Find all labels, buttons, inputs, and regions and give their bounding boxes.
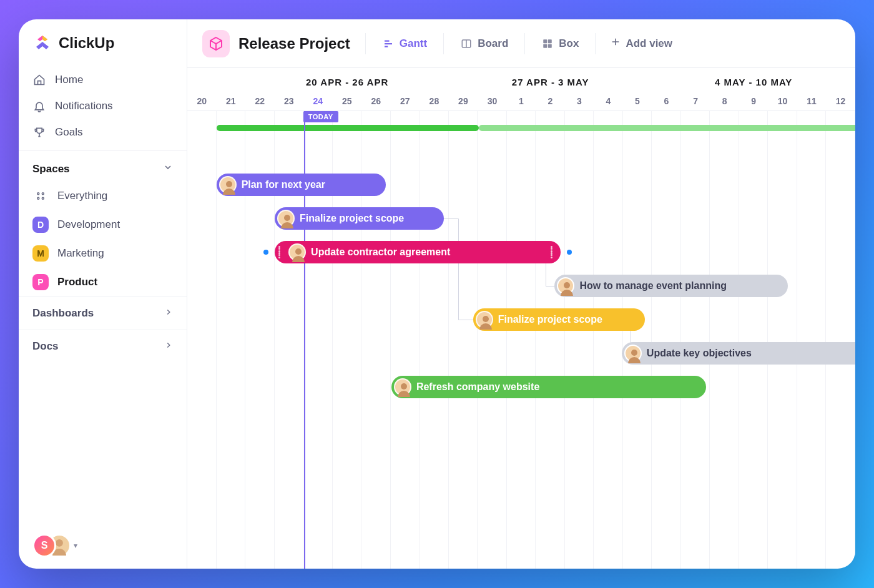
- day-column-label: 7: [681, 96, 710, 106]
- task-bar[interactable]: How to manage event planning: [554, 275, 788, 297]
- user-menu[interactable]: S ▾: [19, 534, 187, 557]
- space-label: Everything: [57, 190, 107, 202]
- svg-rect-12: [544, 44, 547, 47]
- day-column-label: 29: [449, 96, 478, 106]
- space-badge-development: D: [32, 217, 49, 233]
- svg-point-2: [37, 197, 39, 199]
- gantt-chart[interactable]: TODAYPlan for next yearFinalize project …: [187, 111, 855, 569]
- bell-icon: [32, 99, 46, 113]
- view-label: Board: [478, 37, 508, 50]
- day-column-label: 2: [536, 96, 565, 106]
- nav-label: Home: [55, 74, 83, 86]
- dependency-dot[interactable]: [567, 250, 572, 255]
- task-bar[interactable]: Plan for next year: [217, 174, 386, 196]
- day-column-label: 6: [652, 96, 681, 106]
- space-badge-marketing: M: [32, 245, 49, 262]
- assignee-avatar: [277, 210, 295, 227]
- view-gantt[interactable]: Gantt: [375, 34, 435, 54]
- day-column-label: 25: [333, 96, 362, 106]
- app-window: ClickUp Home Notifications Goals: [19, 19, 855, 569]
- space-everything[interactable]: Everything: [19, 182, 187, 210]
- space-label: Marketing: [57, 247, 104, 260]
- assignee-avatar: [476, 311, 493, 328]
- space-marketing[interactable]: M Marketing: [19, 239, 187, 268]
- svg-point-18: [295, 248, 302, 255]
- menu-label: Docs: [32, 340, 59, 353]
- timeline-header: 20 APR - 26 APR27 APR - 3 MAY4 MAY - 10 …: [187, 68, 855, 111]
- day-column-label: 26: [361, 96, 391, 106]
- summary-progress-bar: [479, 125, 855, 131]
- divider: [595, 33, 596, 54]
- box-grid-icon: [541, 37, 554, 50]
- drag-handle-icon[interactable]: [551, 246, 557, 258]
- view-box[interactable]: Box: [534, 34, 586, 54]
- spaces-header-label: Spaces: [32, 163, 70, 175]
- brand-name: ClickUp: [59, 34, 114, 52]
- brand-logo[interactable]: ClickUp: [19, 33, 187, 62]
- space-badge-product: P: [32, 274, 49, 290]
- task-bar[interactable]: Update contractor agreement: [275, 241, 561, 263]
- divider: [365, 33, 366, 54]
- nav-notifications[interactable]: Notifications: [19, 93, 187, 119]
- day-column-label: 22: [245, 96, 275, 106]
- view-board[interactable]: Board: [453, 34, 516, 54]
- topbar: Release Project Gantt Board Box: [187, 19, 855, 68]
- svg-point-21: [631, 350, 637, 356]
- day-column-label: 8: [710, 96, 739, 106]
- svg-point-1: [42, 193, 44, 195]
- task-bar[interactable]: Finalize project scope: [275, 207, 444, 230]
- day-column-label: 10: [768, 96, 797, 106]
- svg-point-20: [483, 316, 489, 322]
- spaces-header[interactable]: Spaces: [19, 150, 187, 182]
- task-bar[interactable]: Finalize project scope: [473, 308, 646, 331]
- day-column-label: 5: [623, 96, 652, 106]
- assignee-avatar: [557, 277, 574, 295]
- main-panel: Release Project Gantt Board Box: [187, 19, 855, 569]
- menu-dashboards[interactable]: Dashboards: [19, 296, 187, 330]
- task-label: Update contractor agreement: [311, 247, 450, 258]
- nav-label: Notifications: [55, 100, 113, 112]
- gantt-icon: [382, 37, 395, 50]
- week-range-label: 4 MAY - 10 MAY: [652, 77, 855, 88]
- chevron-right-icon: [164, 340, 173, 353]
- menu-docs[interactable]: Docs: [19, 330, 187, 363]
- summary-progress-bar: [217, 125, 479, 131]
- svg-rect-10: [544, 39, 547, 43]
- nav-goals[interactable]: Goals: [19, 119, 187, 145]
- task-label: Update key objectives: [647, 348, 752, 359]
- day-column-label: 27: [391, 96, 420, 106]
- task-label: How to manage event planning: [579, 280, 727, 292]
- space-development[interactable]: D Development: [19, 210, 187, 239]
- svg-point-16: [226, 181, 232, 187]
- week-range-label: 27 APR - 3 MAY: [449, 77, 652, 88]
- nav-home[interactable]: Home: [19, 67, 187, 93]
- today-badge: TODAY: [303, 111, 338, 122]
- view-label: Gantt: [400, 37, 427, 50]
- add-view-button[interactable]: Add view: [604, 33, 679, 54]
- divider: [443, 33, 444, 54]
- assignee-avatar: [219, 176, 237, 194]
- add-view-label: Add view: [626, 37, 672, 50]
- space-label: Product: [57, 276, 97, 288]
- drag-handle-icon[interactable]: [278, 246, 285, 258]
- day-column-label: 9: [739, 96, 768, 106]
- day-column-label: 20: [187, 96, 217, 106]
- day-column-label: 11: [797, 96, 827, 106]
- cube-icon: [202, 30, 230, 57]
- view-label: Box: [559, 37, 579, 50]
- task-bar[interactable]: Update key objectives: [622, 342, 855, 365]
- day-column-label: 21: [217, 96, 246, 106]
- task-label: Plan for next year: [242, 179, 325, 190]
- svg-point-0: [37, 193, 39, 195]
- task-label: Finalize project scope: [498, 314, 602, 325]
- day-column-label: 12: [826, 96, 855, 106]
- space-product[interactable]: P Product: [19, 268, 187, 296]
- assignee-avatar: [624, 345, 642, 362]
- dependency-connector: [444, 218, 458, 219]
- grid-dots-icon: [32, 188, 49, 204]
- svg-point-22: [401, 383, 407, 390]
- sidebar: ClickUp Home Notifications Goals: [19, 19, 187, 569]
- project-title: Release Project: [238, 35, 350, 52]
- task-bar[interactable]: Refresh company website: [391, 376, 706, 398]
- caret-down-icon: ▾: [74, 541, 77, 550]
